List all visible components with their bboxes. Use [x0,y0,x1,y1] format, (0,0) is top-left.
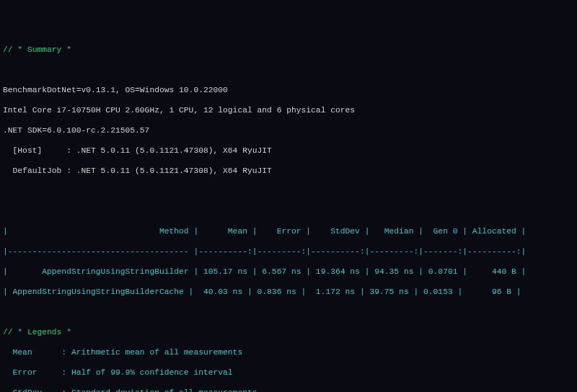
blank-line [3,307,574,317]
legend-error: Error : Half of 99.9% confidence interva… [3,368,574,378]
section-summary-header: // * Summary * [3,45,574,55]
table-row: | AppendStringUsingStringBuilderCache | … [3,287,574,297]
env-line-1: BenchmarkDotNet=v0.13.1, OS=Windows 10.0… [3,85,574,95]
blank-line [3,186,574,196]
blank-line [3,65,574,75]
env-line-2: Intel Core i7-10750H CPU 2.60GHz, 1 CPU,… [3,105,574,115]
env-line-5: DefaultJob : .NET 5.0.11 (5.0.1121.47308… [3,166,574,176]
section-legends-header: // * Legends * [3,327,574,337]
legend-mean: Mean : Arithmetic mean of all measuremen… [3,347,574,357]
env-line-3: .NET SDK=6.0.100-rc.2.21505.57 [3,125,574,135]
blank-line [3,206,574,216]
table-row: | AppendStringUsingStringBuilder | 105.1… [3,267,574,277]
env-line-4: [Host] : .NET 5.0.11 (5.0.1121.47308), X… [3,146,574,156]
table-header-row: | Method | Mean | Error | StdDev | Media… [3,226,574,236]
table-divider: |------------------------------------- |… [3,246,574,257]
legend-stddev: StdDev : Standard deviation of all measu… [3,388,574,392]
